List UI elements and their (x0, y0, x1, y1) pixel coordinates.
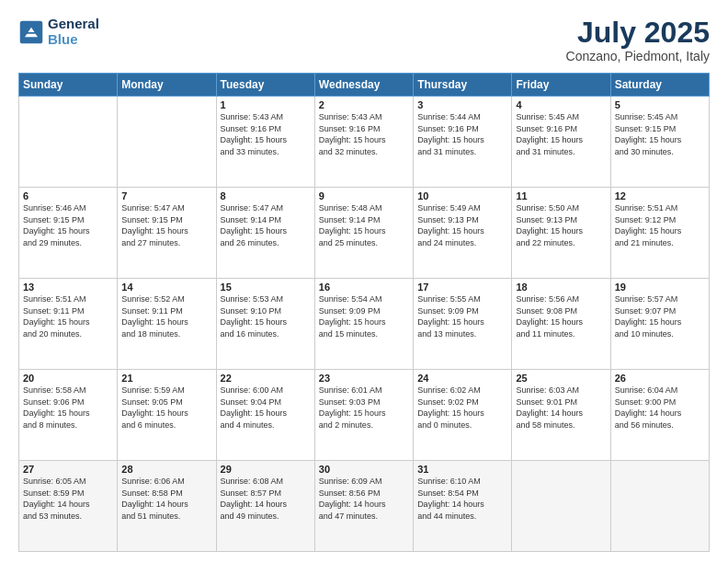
calendar-table: SundayMondayTuesdayWednesdayThursdayFrid… (18, 73, 710, 552)
calendar-cell: 25Sunrise: 6:03 AM Sunset: 9:01 PM Dayli… (512, 370, 610, 461)
header-row: SundayMondayTuesdayWednesdayThursdayFrid… (19, 74, 710, 97)
day-number: 22 (221, 373, 311, 384)
calendar-cell: 13Sunrise: 5:51 AM Sunset: 9:11 PM Dayli… (19, 279, 118, 370)
calendar-cell: 6Sunrise: 5:46 AM Sunset: 9:15 PM Daylig… (19, 188, 118, 279)
calendar-cell (610, 461, 709, 552)
day-info: Sunrise: 6:03 AM Sunset: 9:01 PM Dayligh… (516, 385, 606, 431)
day-number: 20 (23, 373, 113, 384)
week-row-1: 1Sunrise: 5:43 AM Sunset: 9:16 PM Daylig… (19, 97, 710, 188)
col-header-tuesday: Tuesday (216, 74, 314, 97)
day-info: Sunrise: 5:51 AM Sunset: 9:12 PM Dayligh… (615, 202, 705, 248)
calendar-cell: 15Sunrise: 5:53 AM Sunset: 9:10 PM Dayli… (216, 279, 314, 370)
calendar-cell: 1Sunrise: 5:43 AM Sunset: 9:16 PM Daylig… (216, 97, 314, 188)
day-number: 21 (121, 373, 211, 384)
calendar-cell: 29Sunrise: 6:08 AM Sunset: 8:57 PM Dayli… (216, 461, 314, 552)
calendar-cell: 4Sunrise: 5:45 AM Sunset: 9:16 PM Daylig… (512, 97, 610, 188)
day-number: 29 (221, 464, 311, 475)
day-info: Sunrise: 5:54 AM Sunset: 9:09 PM Dayligh… (319, 293, 409, 339)
calendar-body: 1Sunrise: 5:43 AM Sunset: 9:16 PM Daylig… (19, 97, 710, 552)
day-number: 10 (417, 190, 507, 201)
day-info: Sunrise: 5:50 AM Sunset: 9:13 PM Dayligh… (516, 202, 606, 248)
day-info: Sunrise: 6:04 AM Sunset: 9:00 PM Dayligh… (615, 385, 705, 431)
calendar-cell (512, 461, 610, 552)
col-header-sunday: Sunday (19, 74, 118, 97)
page: General Blue July 2025 Conzano, Piedmont… (0, 0, 728, 563)
day-number: 11 (516, 190, 606, 201)
day-number: 30 (319, 464, 409, 475)
day-info: Sunrise: 5:47 AM Sunset: 9:14 PM Dayligh… (221, 202, 311, 248)
day-info: Sunrise: 6:00 AM Sunset: 9:04 PM Dayligh… (221, 385, 311, 431)
day-number: 17 (417, 282, 507, 293)
col-header-wednesday: Wednesday (314, 74, 413, 97)
calendar-cell: 5Sunrise: 5:45 AM Sunset: 9:15 PM Daylig… (610, 97, 709, 188)
day-info: Sunrise: 5:51 AM Sunset: 9:11 PM Dayligh… (23, 293, 113, 339)
day-info: Sunrise: 5:43 AM Sunset: 9:16 PM Dayligh… (319, 111, 409, 157)
logo-line1: General (48, 17, 99, 32)
day-number: 27 (23, 464, 113, 475)
day-number: 14 (121, 282, 211, 293)
day-number: 4 (516, 99, 606, 110)
calendar-cell: 28Sunrise: 6:06 AM Sunset: 8:58 PM Dayli… (118, 461, 216, 552)
calendar-cell: 22Sunrise: 6:00 AM Sunset: 9:04 PM Dayli… (216, 370, 314, 461)
week-row-3: 13Sunrise: 5:51 AM Sunset: 9:11 PM Dayli… (19, 279, 710, 370)
day-number: 9 (319, 190, 409, 201)
day-number: 1 (221, 99, 311, 110)
calendar-cell: 23Sunrise: 6:01 AM Sunset: 9:03 PM Dayli… (314, 370, 413, 461)
day-number: 16 (319, 282, 409, 293)
day-number: 3 (417, 99, 507, 110)
day-number: 26 (615, 373, 705, 384)
day-info: Sunrise: 6:10 AM Sunset: 8:54 PM Dayligh… (417, 476, 507, 522)
day-info: Sunrise: 5:44 AM Sunset: 9:16 PM Dayligh… (417, 111, 507, 157)
day-number: 31 (417, 464, 507, 475)
main-title: July 2025 (566, 17, 710, 49)
col-header-friday: Friday (512, 74, 610, 97)
day-info: Sunrise: 5:48 AM Sunset: 9:14 PM Dayligh… (319, 202, 409, 248)
day-info: Sunrise: 6:05 AM Sunset: 8:59 PM Dayligh… (23, 476, 113, 522)
day-number: 5 (615, 99, 705, 110)
day-number: 19 (615, 282, 705, 293)
day-info: Sunrise: 5:46 AM Sunset: 9:15 PM Dayligh… (23, 202, 113, 248)
calendar-cell: 10Sunrise: 5:49 AM Sunset: 9:13 PM Dayli… (414, 188, 512, 279)
calendar-cell: 12Sunrise: 5:51 AM Sunset: 9:12 PM Dayli… (610, 188, 709, 279)
calendar-cell: 30Sunrise: 6:09 AM Sunset: 8:56 PM Dayli… (314, 461, 413, 552)
day-info: Sunrise: 5:59 AM Sunset: 9:05 PM Dayligh… (121, 385, 211, 431)
day-number: 12 (615, 190, 705, 201)
logo: General Blue (18, 17, 99, 47)
title-block: July 2025 Conzano, Piedmont, Italy (566, 17, 710, 63)
day-info: Sunrise: 5:52 AM Sunset: 9:11 PM Dayligh… (121, 293, 211, 339)
col-header-saturday: Saturday (610, 74, 709, 97)
day-number: 6 (23, 190, 113, 201)
day-info: Sunrise: 6:06 AM Sunset: 8:58 PM Dayligh… (121, 476, 211, 522)
calendar-cell: 9Sunrise: 5:48 AM Sunset: 9:14 PM Daylig… (314, 188, 413, 279)
day-number: 13 (23, 282, 113, 293)
day-number: 8 (221, 190, 311, 201)
col-header-monday: Monday (118, 74, 216, 97)
day-info: Sunrise: 5:55 AM Sunset: 9:09 PM Dayligh… (417, 293, 507, 339)
week-row-4: 20Sunrise: 5:58 AM Sunset: 9:06 PM Dayli… (19, 370, 710, 461)
calendar-cell: 26Sunrise: 6:04 AM Sunset: 9:00 PM Dayli… (610, 370, 709, 461)
day-number: 7 (121, 190, 211, 201)
svg-rect-2 (27, 32, 37, 34)
day-number: 24 (417, 373, 507, 384)
day-number: 28 (121, 464, 211, 475)
subtitle: Conzano, Piedmont, Italy (566, 49, 710, 63)
day-info: Sunrise: 6:08 AM Sunset: 8:57 PM Dayligh… (221, 476, 311, 522)
day-info: Sunrise: 5:43 AM Sunset: 9:16 PM Dayligh… (221, 111, 311, 157)
week-row-2: 6Sunrise: 5:46 AM Sunset: 9:15 PM Daylig… (19, 188, 710, 279)
week-row-5: 27Sunrise: 6:05 AM Sunset: 8:59 PM Dayli… (19, 461, 710, 552)
day-info: Sunrise: 5:45 AM Sunset: 9:15 PM Dayligh… (615, 111, 705, 157)
calendar-cell (19, 97, 118, 188)
calendar-cell: 24Sunrise: 6:02 AM Sunset: 9:02 PM Dayli… (414, 370, 512, 461)
calendar-cell: 11Sunrise: 5:50 AM Sunset: 9:13 PM Dayli… (512, 188, 610, 279)
calendar-cell: 17Sunrise: 5:55 AM Sunset: 9:09 PM Dayli… (414, 279, 512, 370)
day-info: Sunrise: 5:47 AM Sunset: 9:15 PM Dayligh… (121, 202, 211, 248)
calendar-cell: 8Sunrise: 5:47 AM Sunset: 9:14 PM Daylig… (216, 188, 314, 279)
calendar-cell (118, 97, 216, 188)
calendar-cell: 3Sunrise: 5:44 AM Sunset: 9:16 PM Daylig… (414, 97, 512, 188)
day-info: Sunrise: 5:57 AM Sunset: 9:07 PM Dayligh… (615, 293, 705, 339)
logo-icon (18, 19, 44, 45)
day-info: Sunrise: 5:49 AM Sunset: 9:13 PM Dayligh… (417, 202, 507, 248)
logo-line2: Blue (48, 32, 99, 48)
calendar-cell: 18Sunrise: 5:56 AM Sunset: 9:08 PM Dayli… (512, 279, 610, 370)
day-info: Sunrise: 6:09 AM Sunset: 8:56 PM Dayligh… (319, 476, 409, 522)
